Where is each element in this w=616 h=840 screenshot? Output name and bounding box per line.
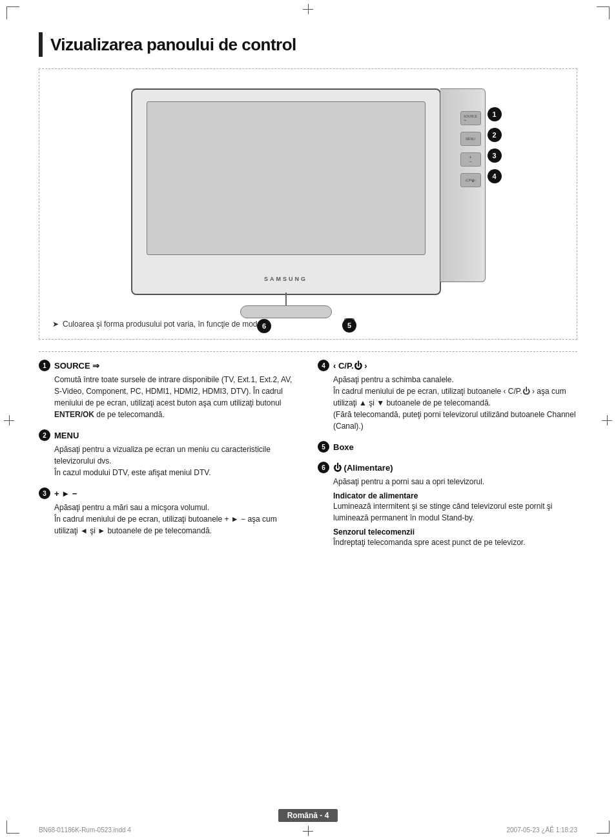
num-badge-4: 4 [488, 169, 502, 183]
tv-wrapper: SAMSUNG SOURCE⇒ 1 MENU 2 [131, 88, 486, 295]
bottom-numbers-row: 6 5 [262, 318, 354, 326]
desc-title-3: + ► − [54, 489, 77, 498]
desc-num-4: 4 [318, 360, 329, 371]
title-bar-decoration [39, 32, 43, 57]
num5-group: 5 [344, 318, 354, 326]
tv-screen [147, 101, 426, 255]
desc-section-1: 1 SOURCE ⇒ Comută între toate sursele de… [39, 360, 298, 420]
menu-button-visual: MENU [460, 132, 481, 146]
desc-section-2: 2 MENU Apăsaţi pentru a vizualiza pe ecr… [39, 429, 298, 478]
sub-label-remote-sensor: Senzorul telecomenzii [318, 528, 577, 537]
source-button-visual: SOURCE⇒ [460, 111, 481, 125]
num6-group: 6 [262, 319, 267, 325]
num-badge-5: 5 [342, 318, 356, 333]
page-footer: Română - 4 [0, 809, 616, 822]
desc-section-5: 5 Boxe [318, 441, 577, 453]
desc-header-3: 3 + ► − [39, 487, 298, 499]
file-info: BN68-01186K-Rum-0523.indd 4 [39, 826, 131, 834]
tv-stand [221, 292, 351, 318]
sub-label-power-indicator: Indicator de alimentare [318, 491, 577, 500]
diagram-box: SAMSUNG SOURCE⇒ 1 MENU 2 [39, 68, 577, 340]
desc-num-1: 1 [39, 360, 50, 371]
desc-header-4: 4 ‹ C/P.⏻ › [318, 360, 577, 371]
desc-header-5: 5 Boxe [318, 441, 577, 453]
desc-title-1: SOURCE ⇒ [54, 361, 99, 371]
separator [39, 351, 577, 352]
tv-diagram-area: SAMSUNG SOURCE⇒ 1 MENU 2 [52, 82, 564, 314]
num-badge-2: 2 [488, 128, 502, 142]
left-column: 1 SOURCE ⇒ Comută între toate sursele de… [39, 360, 298, 557]
num-badge-6: 6 [257, 319, 271, 333]
desc-title-5: Boxe [333, 442, 354, 452]
desc-body-1: Comută între toate sursele de intrare di… [39, 374, 298, 420]
desc-num-2: 2 [39, 429, 50, 441]
date-info: 2007-05-23 ¿ÄÊ 1:18:23 [506, 826, 577, 834]
desc-body-4: Apăsaţi pentru a schimba canalele. În ca… [318, 374, 577, 432]
page-number-badge: Română - 4 [278, 809, 338, 822]
desc-num-6: 6 [318, 462, 329, 473]
sub-body-power-indicator: Luminează intermitent şi se stinge când … [318, 500, 577, 524]
volume-button-visual: +− [460, 152, 481, 167]
desc-body-2: Apăsaţi pentru a vizualiza pe ecran un m… [39, 444, 298, 478]
desc-num-3: 3 [39, 487, 50, 499]
tv-body: SAMSUNG [131, 88, 441, 295]
desc-header-1: 1 SOURCE ⇒ [39, 360, 298, 371]
tv-brand-label: SAMSUNG [264, 276, 307, 282]
bottom-metadata: BN68-01186K-Rum-0523.indd 4 2007-05-23 ¿… [39, 826, 577, 834]
desc-section-6: 6 ⏻ (Alimentare) Apăsaţi pentru a porni … [318, 462, 577, 548]
right-column: 4 ‹ C/P.⏻ › Apăsaţi pentru a schimba can… [318, 360, 577, 557]
page-title: Vizualizarea panoului de control [50, 35, 296, 55]
description-columns: 1 SOURCE ⇒ Comută între toate sursele de… [39, 360, 577, 557]
channel-button-visual: ‹C/P⏻› [460, 173, 481, 187]
desc-header-6: 6 ⏻ (Alimentare) [318, 462, 577, 473]
page-title-area: Vizualizarea panoului de control [39, 32, 577, 57]
desc-title-2: MENU [54, 431, 79, 440]
desc-body-3: Apăsaţi pentru a mări sau a micşora volu… [39, 502, 298, 537]
desc-title-6: ⏻ (Alimentare) [333, 463, 393, 473]
desc-title-4: ‹ C/P.⏻ › [333, 361, 367, 371]
desc-section-4: 4 ‹ C/P.⏻ › Apăsaţi pentru a schimba can… [318, 360, 577, 432]
num-badge-3: 3 [488, 149, 502, 163]
num-badge-1: 1 [488, 107, 502, 121]
desc-num-5: 5 [318, 441, 329, 453]
desc-body-6: Apăsaţi pentru a porni sau a opri televi… [318, 476, 577, 487]
desc-section-3: 3 + ► − Apăsaţi pentru a mări sau a micş… [39, 487, 298, 537]
desc-header-2: 2 MENU [39, 429, 298, 441]
side-panel: SOURCE⇒ 1 MENU 2 +− 3 [440, 88, 486, 282]
sub-body-remote-sensor: Îndreptaţi telecomanda spre acest punct … [318, 537, 577, 548]
